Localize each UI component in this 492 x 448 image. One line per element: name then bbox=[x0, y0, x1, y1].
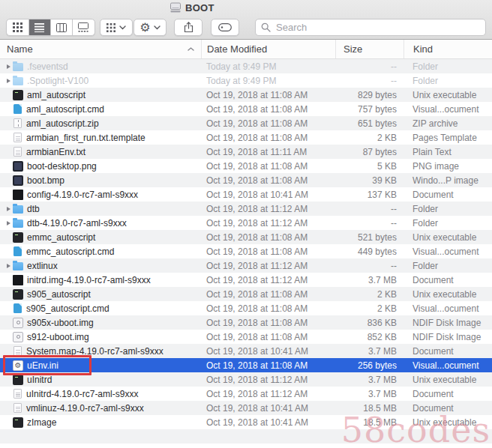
table-row[interactable]: uEnv.ini Oct 19, 2018 at 11:08 AM 256 by… bbox=[0, 358, 492, 372]
file-date: Oct 19, 2018 at 11:08 AM bbox=[201, 332, 335, 342]
file-kind: Unix executable bbox=[404, 289, 492, 300]
file-date: Oct 19, 2018 at 11:12 AM bbox=[201, 389, 335, 399]
file-name: dtb-4.19.0-rc7-aml-s9xxx bbox=[27, 218, 127, 228]
file-icon bbox=[13, 205, 23, 214]
gear-icon: ⚙ bbox=[140, 22, 150, 34]
table-row[interactable]: aml_autoscript.zip Oct 19, 2018 at 11:08… bbox=[0, 116, 492, 130]
file-date: Oct 19, 2018 at 11:08 AM bbox=[201, 133, 335, 143]
file-size: 852 KB bbox=[335, 332, 404, 342]
file-name: s905_autoscript.cmd bbox=[26, 303, 110, 314]
file-kind: Visual...ocument bbox=[404, 360, 492, 371]
disclosure-triangle-icon[interactable] bbox=[4, 258, 13, 273]
file-icon bbox=[13, 220, 23, 228]
table-row[interactable]: .fseventsd Today at 9:49 PM -- Folder bbox=[0, 59, 492, 73]
file-kind: Folder bbox=[404, 204, 492, 214]
table-row[interactable]: config-4.19.0-rc7-aml-s9xxx Oct 19, 2018… bbox=[0, 187, 492, 202]
file-kind: NDIF Disk Image bbox=[404, 332, 492, 342]
file-kind: Unix executable bbox=[404, 417, 492, 428]
file-kind: Unix executable bbox=[404, 232, 492, 243]
file-date: Oct 19, 2018 at 11:12 AM bbox=[201, 204, 335, 214]
list-view-button[interactable] bbox=[29, 19, 51, 35]
window-chrome: BOOT bbox=[0, 0, 492, 40]
table-row[interactable]: s905_autoscript.cmd Oct 19, 2018 at 11:0… bbox=[0, 301, 492, 315]
table-row[interactable]: armbianEnv.txt Oct 19, 2018 at 11:11 AM … bbox=[0, 145, 492, 159]
search-input[interactable] bbox=[274, 21, 480, 34]
table-row[interactable]: s912-uboot.img Oct 19, 2018 at 11:08 AM … bbox=[0, 330, 492, 344]
file-icon bbox=[13, 77, 23, 85]
file-date: Oct 19, 2018 at 11:08 AM bbox=[201, 360, 335, 371]
column-header-size[interactable]: Size bbox=[335, 40, 404, 58]
table-row[interactable]: System.map-4.19.0-rc7-aml-s9xxx Oct 19, … bbox=[0, 344, 492, 358]
table-row[interactable]: dtb Oct 19, 2018 at 11:12 AM -- Folder bbox=[0, 202, 492, 216]
file-kind: Folder bbox=[404, 261, 492, 271]
file-icon bbox=[13, 417, 23, 428]
file-icon bbox=[13, 275, 23, 285]
search-field bbox=[255, 19, 486, 36]
file-kind: Folder bbox=[404, 218, 492, 228]
group-button[interactable] bbox=[100, 19, 133, 36]
file-name: emmc_autoscript.cmd bbox=[26, 246, 114, 257]
file-name: armbianEnv.txt bbox=[26, 147, 86, 157]
group-icon bbox=[106, 23, 116, 32]
share-icon bbox=[184, 22, 194, 33]
list-header: Name Date Modified Size Kind bbox=[0, 40, 492, 59]
column-header-kind[interactable]: Kind bbox=[404, 40, 492, 58]
file-icon bbox=[13, 289, 23, 300]
disclosure-triangle-icon[interactable] bbox=[4, 59, 13, 73]
empty-row bbox=[0, 429, 492, 444]
table-row[interactable]: boot-desktop.png Oct 19, 2018 at 11:08 A… bbox=[0, 159, 492, 173]
table-row[interactable]: armbian_first_run.txt.template Oct 19, 2… bbox=[0, 130, 492, 145]
file-name: armbian_first_run.txt.template bbox=[26, 133, 146, 143]
file-icon bbox=[14, 389, 22, 399]
table-row[interactable]: aml_autoscript Oct 19, 2018 at 11:08 AM … bbox=[0, 88, 492, 102]
file-size: -- bbox=[335, 204, 404, 214]
file-date: Today at 9:49 PM bbox=[201, 76, 335, 86]
action-button[interactable]: ⚙ bbox=[134, 19, 166, 36]
table-row[interactable]: s905x-uboot.img Oct 19, 2018 at 11:08 AM… bbox=[0, 315, 492, 330]
volume-icon bbox=[170, 2, 182, 13]
file-name: s905x-uboot.img bbox=[27, 318, 94, 328]
file-kind: Document bbox=[404, 403, 492, 414]
file-size: 3.7 MB bbox=[335, 389, 404, 399]
table-row[interactable]: aml_autoscript.cmd Oct 19, 2018 at 11:08… bbox=[0, 102, 492, 116]
file-size: 3.7 MB bbox=[335, 275, 404, 285]
table-row[interactable]: s905_autoscript Oct 19, 2018 at 11:08 AM… bbox=[0, 287, 492, 301]
table-row[interactable]: emmc_autoscript Oct 19, 2018 at 11:08 AM… bbox=[0, 230, 492, 244]
list-view-icon bbox=[34, 22, 44, 32]
window-title: BOOT bbox=[185, 2, 214, 13]
table-row[interactable]: uInitrd-4.19.0-rc7-aml-s9xxx Oct 19, 201… bbox=[0, 387, 492, 401]
disclosure-triangle-icon[interactable] bbox=[4, 216, 13, 230]
table-row[interactable]: extlinux Oct 19, 2018 at 11:12 AM -- Fol… bbox=[0, 258, 492, 273]
column-header-date-modified[interactable]: Date Modified bbox=[201, 40, 335, 58]
share-button[interactable] bbox=[174, 19, 202, 36]
file-icon bbox=[14, 346, 22, 356]
file-kind: Unix executable bbox=[404, 375, 492, 385]
column-header-name[interactable]: Name bbox=[0, 40, 201, 58]
table-row[interactable]: .Spotlight-V100 Today at 9:49 PM -- Fold… bbox=[0, 73, 492, 88]
table-row[interactable]: uInitrd Oct 19, 2018 at 11:12 AM 3.7 MB … bbox=[0, 372, 492, 387]
file-icon bbox=[13, 375, 23, 385]
disclosure-triangle-icon[interactable] bbox=[4, 73, 13, 88]
file-kind: Document bbox=[404, 190, 492, 200]
file-name: dtb bbox=[27, 204, 40, 214]
table-row[interactable]: zImage Oct 19, 2018 at 10:41 AM 18.5 MB … bbox=[0, 415, 492, 429]
file-date: Oct 19, 2018 at 11:12 AM bbox=[201, 261, 335, 271]
table-row[interactable]: emmc_autoscript.cmd Oct 19, 2018 at 11:0… bbox=[0, 244, 492, 258]
file-icon bbox=[13, 332, 23, 342]
table-row[interactable]: initrd.img-4.19.0-rc7-aml-s9xxx Oct 19, … bbox=[0, 273, 492, 287]
icon-view-button[interactable] bbox=[8, 19, 29, 35]
file-size: -- bbox=[335, 218, 404, 228]
disclosure-triangle-icon[interactable] bbox=[4, 202, 13, 216]
file-size: 5 KB bbox=[335, 161, 404, 172]
gallery-view-button[interactable] bbox=[73, 19, 94, 35]
view-segmented-control bbox=[6, 19, 95, 36]
titlebar: BOOT bbox=[170, 2, 214, 13]
file-list: .fseventsd Today at 9:49 PM -- Folder .S… bbox=[0, 59, 492, 444]
tag-button[interactable] bbox=[211, 19, 239, 36]
table-row[interactable]: boot.bmp Oct 19, 2018 at 11:08 AM 39 KB … bbox=[0, 173, 492, 187]
file-date: Today at 9:49 PM bbox=[201, 61, 335, 72]
table-row[interactable]: dtb-4.19.0-rc7-aml-s9xxx Oct 19, 2018 at… bbox=[0, 216, 492, 230]
column-view-button[interactable] bbox=[51, 19, 73, 35]
table-row[interactable]: vmlinuz-4.19.0-rc7-aml-s9xxx Oct 19, 201… bbox=[0, 401, 492, 415]
file-icon bbox=[13, 161, 23, 172]
